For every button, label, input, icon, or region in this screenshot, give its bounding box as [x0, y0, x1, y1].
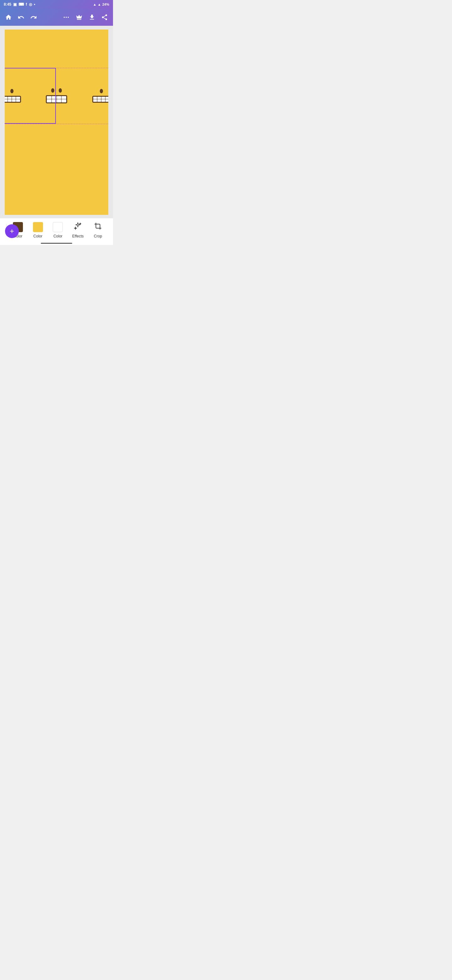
teeth-right: [93, 96, 109, 102]
emoji-eyes-center: [51, 88, 62, 93]
status-bar-right: ▲ ▲ 24%: [93, 3, 109, 6]
color-swatch-3[interactable]: [53, 222, 63, 232]
color-label-3: Color: [53, 234, 62, 239]
tooth: [16, 99, 20, 102]
share-button[interactable]: [101, 14, 108, 21]
crown-button[interactable]: [75, 14, 83, 21]
facebook-icon: f: [26, 2, 27, 6]
tooth: [93, 97, 97, 99]
svg-point-2: [68, 17, 69, 18]
tooth: [12, 97, 16, 99]
emoji-left: [5, 80, 28, 111]
tooth: [102, 99, 105, 102]
crop-icon: [94, 222, 102, 232]
status-bar-left: 8:45 ▣ ⌨ f ◎ •: [4, 2, 35, 6]
eye-left-1: [10, 89, 14, 93]
color-swatch-3-action[interactable]: Color: [48, 222, 68, 239]
tooth: [12, 99, 16, 102]
battery-text: 24%: [102, 3, 109, 6]
effects-button[interactable]: Effects: [68, 222, 88, 239]
more-button[interactable]: [63, 14, 70, 21]
tooth: [47, 96, 51, 99]
eye-center-1: [51, 88, 54, 93]
canvas-container[interactable]: [5, 30, 108, 215]
tooth: [47, 99, 51, 102]
canvas-area[interactable]: [0, 26, 113, 218]
status-bar: 8:45 ▣ ⌨ f ◎ • ▲ ▲ 24%: [0, 0, 113, 9]
bottom-toolbar: + Color Color Color Effects: [0, 218, 113, 245]
download-button[interactable]: [89, 14, 95, 21]
emoji-row: [5, 68, 108, 124]
toolbar-right: [63, 14, 108, 21]
emoji-right: [86, 80, 109, 111]
color-label-2: Color: [33, 234, 42, 239]
effects-label: Effects: [72, 234, 84, 239]
redo-button[interactable]: [30, 14, 37, 21]
home-button[interactable]: [5, 14, 12, 21]
dot-icon: •: [34, 2, 35, 6]
tooth: [52, 96, 57, 99]
signal-icon: ▲: [98, 3, 101, 6]
time-display: 8:45: [4, 2, 11, 6]
teeth-center: [46, 96, 67, 103]
eye-right-1: [100, 89, 103, 93]
plus-icon: +: [10, 227, 14, 235]
keyboard-icon: ⌨: [19, 2, 24, 6]
emoji-eyes-right: [100, 89, 103, 93]
eye-center-2: [59, 88, 62, 93]
guide-line-bottom: [5, 124, 108, 124]
notification-icon: ▣: [13, 2, 17, 6]
toolbar-left: [5, 14, 37, 21]
tooth: [105, 99, 108, 102]
teeth-left: [5, 96, 21, 102]
svg-point-1: [66, 17, 67, 18]
emoji-mouth-center: [46, 95, 67, 103]
tooth: [97, 99, 101, 102]
toolbar: [0, 9, 113, 26]
add-button[interactable]: +: [5, 224, 19, 238]
crop-button[interactable]: Crop: [88, 222, 108, 239]
wifi-icon: ▲: [93, 3, 96, 6]
color-swatch-2-action[interactable]: Color: [28, 222, 48, 239]
emoji-eyes-left: [10, 89, 14, 93]
tooth: [97, 97, 101, 99]
svg-point-0: [64, 17, 65, 18]
crop-label: Crop: [94, 234, 102, 239]
effects-icon: [74, 222, 82, 232]
tooth: [8, 97, 12, 99]
tooth: [93, 99, 97, 102]
emoji-mouth-left: [5, 96, 21, 103]
tooth: [62, 96, 66, 99]
color-swatch-2[interactable]: [33, 222, 43, 232]
emoji-mouth-right: [92, 96, 109, 103]
tooth: [5, 99, 8, 102]
tooth: [52, 99, 57, 102]
tooth: [16, 97, 20, 99]
instagram-icon: ◎: [29, 2, 32, 6]
home-indicator: [41, 243, 72, 244]
tooth: [5, 97, 8, 99]
tooth: [105, 97, 108, 99]
tooth: [102, 97, 105, 99]
tooth: [62, 99, 66, 102]
tooth: [8, 99, 12, 102]
undo-button[interactable]: [17, 14, 24, 21]
emoji-center: [39, 78, 75, 114]
tooth: [57, 99, 62, 102]
tooth: [57, 96, 62, 99]
